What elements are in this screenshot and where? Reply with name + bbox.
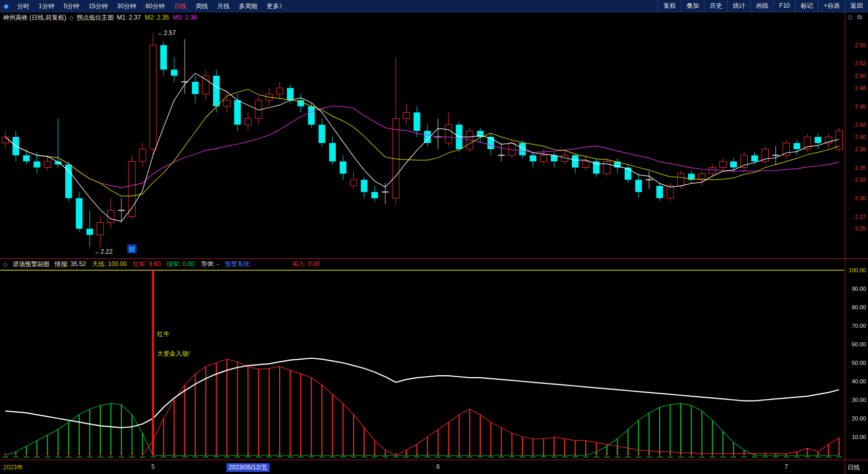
period-label: 日线	[847, 463, 860, 472]
trading-app-window: ◆ 分时1分钟5分钟15分钟30分钟60分钟日线周线月线多周期更多》 复权叠加历…	[0, 0, 868, 474]
svg-text:←2.22: ←2.22	[94, 248, 113, 255]
value-tick: 100.00	[848, 267, 866, 273]
main-chart-header: 神州高铁 (日线,前复权) ◇ 拐点低位主图 M1: 2.37M2: 2.35M…	[0, 12, 844, 23]
sub-value-axis: 100.0090.0080.0070.0060.0050.0040.0030.0…	[846, 259, 868, 460]
axis-separator-line	[845, 12, 845, 474]
indicator-toggle-icon[interactable]: ◇	[69, 14, 74, 21]
price-tick: 2.52	[855, 60, 866, 66]
indicator-chart[interactable]: 红牛大资金入场!	[0, 259, 844, 460]
price-tick: 2.25	[855, 225, 866, 232]
svg-text:大资金入场!: 大资金入场!	[157, 350, 190, 357]
selected-date-label: 2023/05/12/五	[227, 463, 269, 472]
indicator-field: 天线: 100.00	[92, 260, 126, 269]
main-chart-panel: 神州高铁 (日线,前复权) ◇ 拐点低位主图 M1: 2.37M2: 2.35M…	[0, 12, 868, 258]
svg-text:红牛: 红牛	[157, 330, 170, 338]
time-axis: 2023年52023/05/12/五67 日线	[0, 460, 868, 474]
toolbar-button[interactable]: 复权	[658, 0, 681, 12]
price-tick: 2.40	[855, 134, 866, 140]
menu-item[interactable]: 月线	[212, 0, 234, 12]
indicator-field: 导弹: -	[201, 260, 219, 269]
top-menubar: ◆ 分时1分钟5分钟15分钟30分钟60分钟日线周线月线多周期更多》 复权叠加历…	[0, 0, 868, 12]
price-tick: 2.30	[855, 195, 866, 201]
time-label: 7	[785, 463, 788, 470]
period-menu: 分时1分钟5分钟15分钟30分钟60分钟日线周线月线多周期更多》	[12, 0, 290, 12]
toolbar-button[interactable]: 返回	[845, 0, 868, 12]
indicator-field: M1: 2.37	[117, 14, 141, 21]
toolbar-button[interactable]: 画线	[750, 0, 773, 12]
price-tick: 2.55	[855, 42, 866, 48]
price-tick: 2.38	[855, 146, 866, 152]
time-label: 6	[436, 463, 440, 470]
menu-item[interactable]: 周线	[191, 0, 212, 12]
indicator-field: M2: 2.35	[145, 14, 169, 21]
price-tick: 2.45	[855, 103, 866, 110]
value-tick: 90.00	[852, 286, 866, 292]
diamond-icon[interactable]: ◇	[847, 13, 852, 21]
value-tick: 10.00	[852, 434, 866, 440]
indicator-field: M3: 2.36	[173, 14, 197, 21]
candlestick-chart[interactable]: ←2.57←2.22财	[0, 23, 844, 258]
window-restore-icon[interactable]: ⧉	[857, 13, 862, 21]
value-tick: 30.00	[852, 397, 866, 403]
menu-item[interactable]: 5分钟	[59, 0, 84, 12]
menu-item[interactable]: 更多》	[262, 0, 290, 12]
time-label: 5	[151, 463, 155, 470]
svg-text:←2.57: ←2.57	[158, 29, 176, 37]
price-tick: 2.50	[855, 73, 866, 79]
price-tick: 2.35	[855, 165, 866, 171]
value-tick: 20.00	[852, 415, 866, 422]
main-indicator-name: 拐点低位主图	[77, 13, 114, 22]
menu-item[interactable]: 15分钟	[84, 0, 112, 12]
indicator-values: 情报: 35.52天线: 100.00红军: 9.60绿军: 0.00导弹: -…	[55, 260, 320, 269]
toolbar-button[interactable]: 历史	[704, 0, 727, 12]
indicator-field: 情报: 35.52	[55, 260, 86, 269]
indicator-field: 红军: 9.60	[133, 260, 161, 269]
indicator-toggle-icon[interactable]: ◇	[3, 261, 7, 268]
time-label: 2023年	[3, 463, 23, 472]
chart-window-controls: ◇ ⧉	[847, 13, 862, 21]
stock-title: 神州高铁 (日线,前复权)	[3, 13, 66, 22]
value-tick: 80.00	[852, 304, 866, 310]
menu-item[interactable]: 1分钟	[34, 0, 59, 12]
indicator-field: 买入: 0.00	[292, 260, 320, 269]
svg-text:财: 财	[129, 245, 135, 253]
ma-values: M1: 2.37M2: 2.35M3: 2.36	[117, 14, 197, 21]
sub-chart-header: ◇ 进场预警副图 情报: 35.52天线: 100.00红军: 9.60绿军: …	[0, 259, 844, 269]
price-tick: 2.42	[855, 121, 866, 128]
indicator-sub-panel: ◇ 进场预警副图 情报: 35.52天线: 100.00红军: 9.60绿军: …	[0, 258, 868, 460]
toolbar-button[interactable]: +自选	[818, 0, 845, 12]
sub-indicator-name: 进场预警副图	[12, 260, 49, 269]
menu-item[interactable]: 30分钟	[113, 0, 141, 12]
value-tick: 60.00	[852, 341, 866, 347]
value-tick: 70.00	[852, 323, 866, 329]
value-tick: 50.00	[852, 360, 866, 366]
menu-item[interactable]: 日线	[169, 0, 191, 12]
toolbar-button[interactable]: 标记	[795, 0, 818, 12]
value-tick: 40.00	[852, 378, 866, 384]
time-axis-labels: 2023年52023/05/12/五67	[0, 460, 844, 474]
toolbar-menu: 复权叠加历史统计画线F10标记+自选返回	[658, 0, 868, 12]
toolbar-button[interactable]: 统计	[727, 0, 750, 12]
menu-item[interactable]: 60分钟	[141, 0, 169, 12]
toolbar-button[interactable]: 叠加	[681, 0, 704, 12]
price-tick: 2.48	[855, 85, 866, 91]
indicator-field: 绿军: 0.00	[167, 260, 195, 269]
menu-item[interactable]: 分时	[12, 0, 34, 12]
toolbar-button[interactable]: F10	[773, 0, 795, 12]
main-price-axis: 2.552.522.502.482.452.422.402.382.352.33…	[846, 12, 868, 258]
indicator-field: 预警系统: -	[225, 260, 255, 269]
menu-item[interactable]: 多周期	[234, 0, 262, 12]
price-tick: 2.27	[855, 214, 866, 220]
app-logo-icon[interactable]: ◆	[0, 2, 12, 10]
price-tick: 2.33	[855, 177, 866, 183]
